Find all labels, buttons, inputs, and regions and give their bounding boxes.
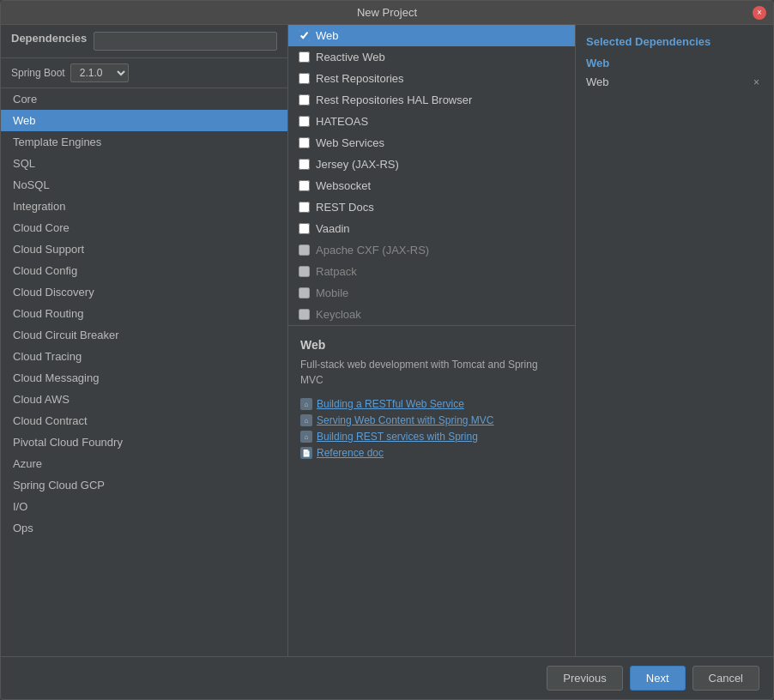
dep-link-2[interactable]: ⌂Building REST services with Spring bbox=[300, 431, 563, 443]
dep-checkbox-vaadin[interactable] bbox=[299, 223, 310, 234]
dep-item-hateoas[interactable]: HATEOAS bbox=[288, 111, 575, 132]
category-item-cloud-circuit-breaker[interactable]: Cloud Circuit Breaker bbox=[1, 324, 287, 346]
dep-label-apache-cxf: Apache CXF (JAX-RS) bbox=[316, 244, 429, 256]
dep-link-3[interactable]: 📄Reference doc bbox=[300, 447, 563, 459]
dep-item-ratpack[interactable]: Ratpack bbox=[288, 261, 575, 282]
dep-item-web-services[interactable]: Web Services bbox=[288, 132, 575, 154]
dep-link-text-0: Building a RESTful Web Service bbox=[317, 398, 464, 410]
dialog-body: Dependencies Spring Boot 2.1.0 2.0.9 1.5… bbox=[1, 25, 773, 656]
dep-link-1[interactable]: ⌂Serving Web Content with Spring MVC bbox=[300, 414, 563, 426]
dep-checkbox-mobile[interactable] bbox=[299, 287, 310, 299]
remove-web-button[interactable]: × bbox=[750, 76, 763, 88]
category-item-cloud-aws[interactable]: Cloud AWS bbox=[1, 389, 287, 410]
category-item-cloud-tracing[interactable]: Cloud Tracing bbox=[1, 346, 287, 367]
dep-desc-title: Web bbox=[300, 338, 563, 352]
category-item-io[interactable]: I/O bbox=[1, 496, 287, 517]
dep-item-mobile[interactable]: Mobile bbox=[288, 282, 575, 304]
left-top-row: Dependencies bbox=[1, 25, 287, 58]
selected-category-label: Web bbox=[586, 57, 763, 69]
dep-checkbox-hateoas[interactable] bbox=[299, 116, 310, 127]
dep-checkbox-apache-cxf[interactable] bbox=[299, 244, 310, 256]
dep-label-rest-docs: REST Docs bbox=[316, 201, 374, 214]
selected-dep-web: Web × bbox=[586, 73, 763, 91]
dep-label-mobile: Mobile bbox=[316, 287, 348, 299]
category-item-cloud-routing[interactable]: Cloud Routing bbox=[1, 303, 287, 324]
dep-checkbox-web[interactable] bbox=[299, 30, 310, 41]
category-item-ops[interactable]: Ops bbox=[1, 517, 287, 539]
dep-links: ⌂Building a RESTful Web Service⌂Serving … bbox=[300, 398, 563, 459]
category-item-cloud-discovery[interactable]: Cloud Discovery bbox=[1, 281, 287, 303]
dep-label-web-services: Web Services bbox=[316, 136, 384, 149]
category-item-integration[interactable]: Integration bbox=[1, 196, 287, 217]
dependency-description: Web Full-stack web development with Tomc… bbox=[288, 326, 575, 656]
category-item-cloud-contract[interactable]: Cloud Contract bbox=[1, 410, 287, 431]
dep-checkbox-websocket[interactable] bbox=[299, 180, 310, 191]
dep-label-keycloak: Keycloak bbox=[316, 308, 361, 321]
category-item-pivotal-cloud-foundry[interactable]: Pivotal Cloud Foundry bbox=[1, 431, 287, 453]
dep-item-keycloak[interactable]: Keycloak bbox=[288, 304, 575, 325]
next-button[interactable]: Next bbox=[630, 666, 686, 691]
dep-item-rest-docs[interactable]: REST Docs bbox=[288, 196, 575, 218]
dep-item-rest-repositories-hal[interactable]: Rest Repositories HAL Browser bbox=[288, 89, 575, 111]
dep-checkbox-ratpack[interactable] bbox=[299, 266, 310, 277]
dep-checkbox-web-services[interactable] bbox=[299, 137, 310, 148]
dep-label-ratpack: Ratpack bbox=[316, 265, 357, 278]
new-project-dialog: New Project × Dependencies Spring Boot 2… bbox=[0, 0, 774, 700]
springboot-row: Spring Boot 2.1.0 2.0.9 1.5.19 bbox=[1, 58, 287, 88]
dep-checkbox-reactive-web[interactable] bbox=[299, 51, 310, 63]
category-item-azure[interactable]: Azure bbox=[1, 453, 287, 474]
dep-checkbox-keycloak[interactable] bbox=[299, 309, 310, 320]
close-button[interactable]: × bbox=[753, 6, 766, 20]
dep-link-text-1: Serving Web Content with Spring MVC bbox=[317, 414, 494, 426]
dep-item-apache-cxf[interactable]: Apache CXF (JAX-RS) bbox=[288, 239, 575, 261]
category-item-template-engines[interactable]: Template Engines bbox=[1, 131, 287, 153]
dep-label-rest-repositories: Rest Repositories bbox=[316, 72, 404, 85]
dep-link-text-3: Reference doc bbox=[317, 447, 384, 459]
springboot-label: Spring Boot bbox=[11, 67, 65, 79]
category-item-core[interactable]: Core bbox=[1, 88, 287, 110]
dep-label-websocket: Websocket bbox=[316, 179, 371, 192]
dialog-title: New Project bbox=[357, 6, 417, 19]
category-item-spring-cloud-gcp[interactable]: Spring Cloud GCP bbox=[1, 474, 287, 496]
selected-web-category: Web Web × bbox=[586, 57, 763, 91]
dep-item-rest-repositories[interactable]: Rest Repositories bbox=[288, 68, 575, 89]
home-icon: ⌂ bbox=[300, 398, 312, 410]
dialog-titlebar: New Project × bbox=[1, 1, 773, 25]
category-item-sql[interactable]: SQL bbox=[1, 153, 287, 174]
dep-desc-text: Full-stack web development with Tomcat a… bbox=[300, 357, 563, 388]
dep-link-text-2: Building REST services with Spring bbox=[317, 431, 478, 443]
ref-icon: 📄 bbox=[300, 447, 312, 459]
category-item-cloud-support[interactable]: Cloud Support bbox=[1, 238, 287, 260]
dep-item-web[interactable]: Web bbox=[288, 25, 575, 46]
dep-checkbox-rest-docs[interactable] bbox=[299, 202, 310, 213]
cancel-button[interactable]: Cancel bbox=[692, 666, 759, 691]
category-item-nosql[interactable]: NoSQL bbox=[1, 174, 287, 196]
category-list: CoreWebTemplate EnginesSQLNoSQLIntegrati… bbox=[1, 88, 287, 656]
dep-label-web: Web bbox=[316, 29, 339, 42]
middle-panel: WebReactive WebRest RepositoriesRest Rep… bbox=[288, 25, 576, 656]
selected-deps-title: Selected Dependencies bbox=[586, 35, 763, 48]
previous-button[interactable]: Previous bbox=[547, 666, 623, 691]
category-item-cloud-core[interactable]: Cloud Core bbox=[1, 217, 287, 238]
dep-item-jersey[interactable]: Jersey (JAX-RS) bbox=[288, 154, 575, 175]
dependency-list: WebReactive WebRest RepositoriesRest Rep… bbox=[288, 25, 575, 326]
category-item-cloud-messaging[interactable]: Cloud Messaging bbox=[1, 367, 287, 389]
dep-item-websocket[interactable]: Websocket bbox=[288, 175, 575, 196]
dep-item-vaadin[interactable]: Vaadin bbox=[288, 218, 575, 239]
dep-item-reactive-web[interactable]: Reactive Web bbox=[288, 46, 575, 68]
dep-label-jersey: Jersey (JAX-RS) bbox=[316, 158, 399, 171]
dep-checkbox-rest-repositories[interactable] bbox=[299, 73, 310, 84]
right-panel: Selected Dependencies Web Web × bbox=[576, 25, 773, 656]
dep-label-reactive-web: Reactive Web bbox=[316, 51, 385, 63]
home-icon: ⌂ bbox=[300, 414, 312, 426]
dep-link-0[interactable]: ⌂Building a RESTful Web Service bbox=[300, 398, 563, 410]
dep-checkbox-rest-repositories-hal[interactable] bbox=[299, 94, 310, 106]
search-input[interactable] bbox=[94, 32, 277, 51]
home-icon: ⌂ bbox=[300, 431, 312, 443]
springboot-select[interactable]: 2.1.0 2.0.9 1.5.19 bbox=[70, 63, 129, 82]
dependencies-label: Dependencies bbox=[11, 32, 87, 51]
category-item-cloud-config[interactable]: Cloud Config bbox=[1, 260, 287, 281]
category-item-web[interactable]: Web bbox=[1, 110, 287, 131]
dep-label-rest-repositories-hal: Rest Repositories HAL Browser bbox=[316, 94, 472, 106]
dep-checkbox-jersey[interactable] bbox=[299, 159, 310, 170]
